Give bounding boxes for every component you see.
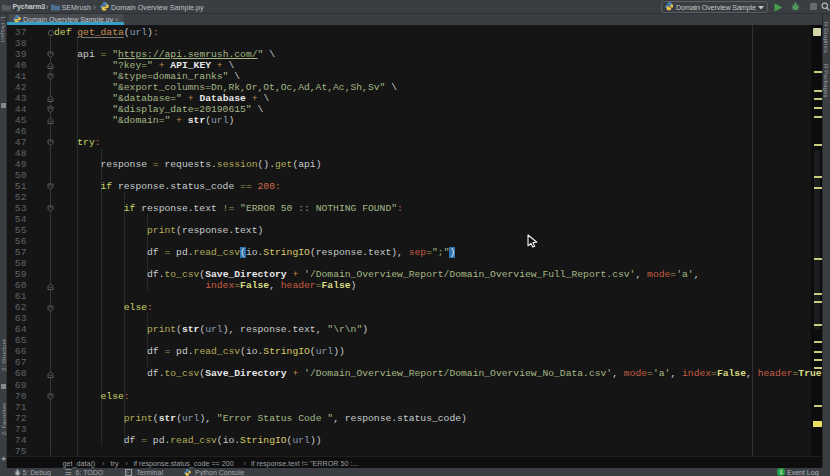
svg-text:1: 1 (779, 470, 782, 476)
